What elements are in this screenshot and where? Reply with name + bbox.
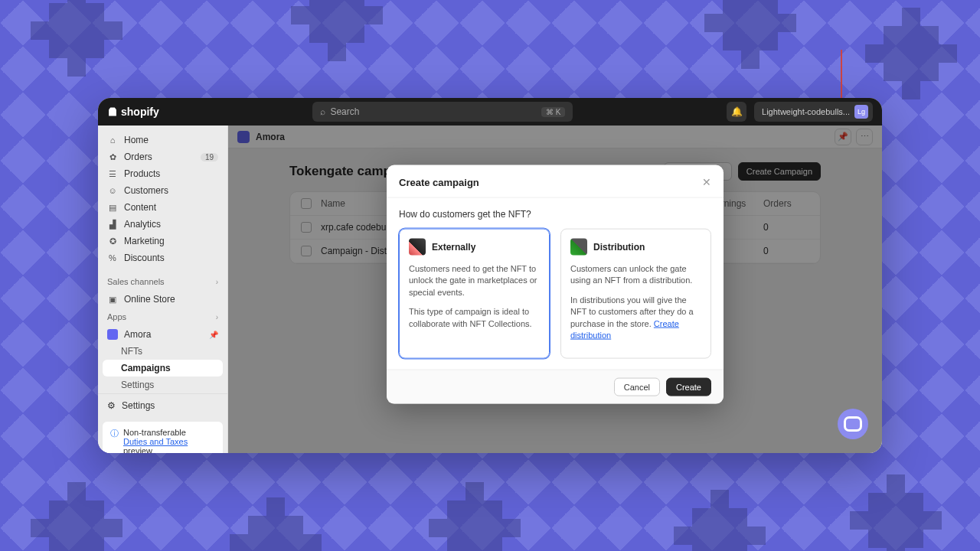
option-desc: In distributions you will give the NFT t… bbox=[570, 294, 701, 341]
modal-close-button[interactable]: ✕ bbox=[702, 176, 711, 188]
create-button[interactable]: Create bbox=[666, 378, 711, 396]
sales-channels-header[interactable]: Sales channels› bbox=[98, 272, 227, 291]
info-icon: ⓘ bbox=[110, 428, 119, 453]
sidebar-item-orders[interactable]: ✿Orders19 bbox=[98, 148, 227, 165]
home-icon: ⌂ bbox=[107, 135, 118, 145]
bell-icon: 🔔 bbox=[731, 106, 743, 117]
sidebar-sub-settings[interactable]: Settings bbox=[98, 377, 227, 393]
option-title: Externally bbox=[432, 242, 475, 253]
store-icon: ▣ bbox=[107, 294, 118, 305]
notifications-button[interactable]: 🔔 bbox=[727, 102, 746, 122]
create-campaign-modal: Create campaign ✕ How do customers get t… bbox=[387, 165, 724, 404]
sidebar-item-products[interactable]: ☰Products bbox=[98, 165, 227, 182]
option-externally[interactable]: Externally Customers need to get the NFT… bbox=[399, 229, 550, 359]
chevron-right-icon: › bbox=[216, 313, 218, 321]
sidebar: ⌂Home✿Orders19☰Products☺Customers▤Conten… bbox=[98, 126, 228, 453]
distribution-icon bbox=[570, 239, 587, 256]
sidebar-item-online-store[interactable]: ▣Online Store bbox=[98, 291, 227, 308]
brand-text: shopify bbox=[121, 106, 159, 118]
analytics-icon: ▟ bbox=[107, 219, 118, 230]
option-title: Distribution bbox=[593, 242, 645, 253]
option-distribution[interactable]: Distribution Customers can unlock the ga… bbox=[560, 229, 711, 359]
pin-icon[interactable]: 📌 bbox=[209, 331, 218, 339]
option-desc: Customers can unlock the gate using an N… bbox=[570, 263, 701, 287]
content-icon: ▤ bbox=[107, 202, 118, 213]
sidebar-item-settings[interactable]: ⚙Settings bbox=[98, 393, 227, 417]
shopify-logo: shopify bbox=[107, 106, 159, 118]
option-desc: This type of campaign is ideal to collab… bbox=[409, 306, 540, 330]
search-input[interactable]: ⌕ Search ⌘ K bbox=[312, 102, 573, 122]
sidebar-item-analytics[interactable]: ▟Analytics bbox=[98, 216, 227, 233]
externally-icon bbox=[409, 239, 426, 256]
cancel-button[interactable]: Cancel bbox=[614, 378, 660, 396]
sidebar-item-content[interactable]: ▤Content bbox=[98, 199, 227, 216]
search-shortcut: ⌘ K bbox=[541, 107, 565, 117]
topbar: shopify ⌕ Search ⌘ K 🔔 Lightweight-codeb… bbox=[98, 98, 882, 126]
sidebar-item-discounts[interactable]: %Discounts bbox=[98, 249, 227, 266]
app-window: shopify ⌕ Search ⌘ K 🔔 Lightweight-codeb… bbox=[98, 98, 882, 453]
modal-question: How do customers get the NFT? bbox=[399, 209, 711, 220]
sidebar-item-home[interactable]: ⌂Home bbox=[98, 132, 227, 148]
apps-header[interactable]: Apps› bbox=[98, 308, 227, 326]
customers-icon: ☺ bbox=[107, 185, 118, 196]
notice-line1: Non-transferable bbox=[123, 428, 215, 437]
chevron-right-icon: › bbox=[216, 278, 218, 286]
gear-icon: ⚙ bbox=[107, 400, 116, 411]
sidebar-notice: ⓘ Non-transferable Duties and Taxes prev… bbox=[103, 422, 223, 453]
sidebar-sub-nfts[interactable]: NFTs bbox=[98, 343, 227, 360]
search-placeholder: Search bbox=[330, 106, 359, 117]
store-menu[interactable]: Lightweight-codebulls... Lg bbox=[754, 102, 873, 122]
orders-badge: 19 bbox=[201, 153, 218, 161]
amora-app-icon bbox=[107, 329, 118, 340]
avatar: Lg bbox=[854, 105, 868, 119]
store-name-text: Lightweight-codebulls... bbox=[762, 107, 850, 116]
main-content: Amora 📌 ⋯ Tokengate campaigns ?Learn mor… bbox=[228, 126, 882, 453]
option-desc: Customers need to get the NFT to unlock … bbox=[409, 263, 540, 298]
sidebar-sub-campaigns[interactable]: Campaigns bbox=[103, 360, 223, 377]
chat-fab[interactable] bbox=[838, 409, 868, 439]
sidebar-item-amora[interactable]: Amora📌 bbox=[98, 326, 227, 343]
close-icon: ✕ bbox=[702, 176, 711, 188]
marketing-icon: ✪ bbox=[107, 236, 118, 246]
orders-icon: ✿ bbox=[107, 152, 118, 162]
products-icon: ☰ bbox=[107, 168, 118, 179]
discounts-icon: % bbox=[107, 253, 118, 263]
search-icon: ⌕ bbox=[320, 106, 325, 117]
sidebar-item-marketing[interactable]: ✪Marketing bbox=[98, 233, 227, 249]
sidebar-item-customers[interactable]: ☺Customers bbox=[98, 182, 227, 199]
notice-link[interactable]: Duties and Taxes bbox=[123, 437, 188, 446]
modal-title: Create campaign bbox=[399, 176, 479, 187]
